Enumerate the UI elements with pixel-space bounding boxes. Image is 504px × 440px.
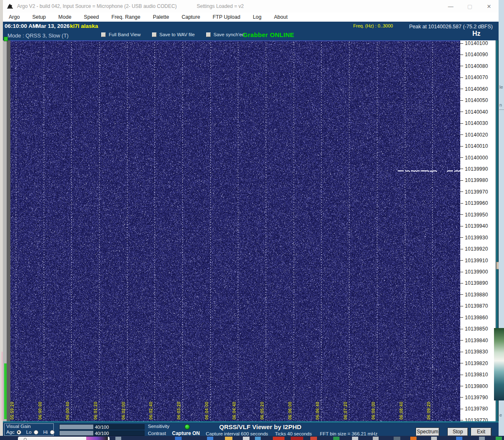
- menu-item-log[interactable]: Log: [253, 14, 262, 20]
- window-title: Argo V2 - build 042, Input Source = Micr…: [17, 3, 177, 9]
- time-label: 05:59:20: [10, 394, 15, 420]
- freq-label-row: 10140100: [460, 40, 493, 46]
- checkbox-box[interactable]: [206, 32, 211, 37]
- maximize-button[interactable]: ▢: [460, 0, 479, 12]
- menu-item-freq-range[interactable]: Freq. Range: [112, 14, 140, 20]
- search-icon: [24, 438, 27, 440]
- background-photo-fragment: [494, 328, 504, 400]
- menu-item-capture[interactable]: Capture: [182, 14, 200, 20]
- taskbar-icon-fragment[interactable]: [225, 437, 232, 440]
- checkbox-save-to-wav-file[interactable]: Save to WAV file: [152, 32, 195, 37]
- radio-circle[interactable]: [50, 430, 55, 435]
- freq-tick-mark: [460, 43, 463, 44]
- freq-label: 10140100: [465, 40, 488, 46]
- taskbar-icon-fragment[interactable]: [255, 437, 261, 440]
- radio-label: Agc: [6, 430, 15, 435]
- freq-tick-mark: [460, 100, 463, 101]
- taskbar-icon-fragment[interactable]: [479, 437, 485, 440]
- taskbar-icon-fragment[interactable]: [333, 437, 339, 440]
- radio-label: Hi: [43, 430, 48, 435]
- taskbar-icon-fragment[interactable]: [310, 437, 317, 440]
- freq-label-row: 10139830: [460, 349, 493, 355]
- spectrum-button[interactable]: Spectrum: [416, 428, 439, 436]
- freq-tick-mark: [460, 363, 463, 363]
- menu-item-palette[interactable]: Palette: [153, 14, 169, 20]
- freq-tick-mark: [460, 329, 463, 329]
- freq-label-row: 10139910: [460, 258, 493, 264]
- menu-item-about[interactable]: About: [274, 14, 288, 20]
- freq-label: 10139940: [465, 223, 488, 229]
- taskbar-icon-fragment[interactable]: [273, 437, 284, 440]
- radio-lo[interactable]: Lo: [26, 430, 38, 435]
- freq-label: 10139900: [465, 269, 488, 275]
- radio-circle[interactable]: [34, 430, 38, 435]
- freq-label-row: 10139870: [460, 303, 493, 309]
- freq-label: 10139790: [465, 395, 488, 400]
- freq-label-row: 10139770: [460, 418, 493, 421]
- freq-label-row: 10140060: [460, 86, 493, 92]
- mode-label: Mode : QRSS 3, Slow (T): [7, 32, 69, 39]
- menu-item-ftp-upload[interactable]: FTP Upload: [212, 14, 240, 20]
- freq-tick-mark: [460, 66, 463, 66]
- checkbox-save-synch-ed[interactable]: Save synch'ed: [206, 32, 245, 37]
- taskbar-icon-fragment[interactable]: [115, 437, 121, 440]
- menu-item-setup[interactable]: Setup: [32, 14, 46, 20]
- freq-tick-mark: [460, 112, 463, 112]
- checkbox-box[interactable]: [101, 32, 106, 37]
- taskbar-icon-fragment[interactable]: [394, 437, 400, 440]
- agc-radio-row: AgcLoHi: [6, 430, 60, 435]
- windows-taskbar[interactable]: [0, 436, 504, 440]
- freq-label-row: 10140030: [460, 120, 493, 126]
- slider-contrast[interactable]: 40/100: [59, 430, 145, 436]
- capture-state-label: Capture ON: [172, 430, 200, 436]
- freq-tick-mark: [460, 409, 463, 409]
- taskbar-icon-fragment[interactable]: [291, 437, 303, 440]
- freq-label-row: 10139890: [460, 280, 493, 286]
- freq-label-row: 10139990: [460, 166, 493, 172]
- title-bar[interactable]: Argo V2 - build 042, Input Source = Micr…: [3, 0, 499, 12]
- menu-item-speed[interactable]: Speed: [84, 14, 99, 20]
- frequency-axis-panel: 1014010010140090101400801014007010140060…: [460, 40, 493, 421]
- freq-tick-mark: [460, 260, 463, 261]
- freq-tick-mark: [460, 214, 463, 215]
- taskbar-icon-fragment[interactable]: [352, 437, 358, 440]
- search-box-art: [86, 437, 108, 440]
- taskbar-icon-fragment[interactable]: [410, 437, 417, 440]
- freq-label: 10139820: [465, 360, 488, 366]
- exit-button[interactable]: Exit: [471, 428, 491, 436]
- close-button[interactable]: ✕: [479, 0, 499, 12]
- stop-button[interactable]: Stop: [448, 428, 468, 436]
- radio-hi[interactable]: Hi: [43, 430, 55, 435]
- radio-circle[interactable]: [17, 430, 21, 435]
- taskbar-icon-fragment[interactable]: [207, 437, 213, 440]
- menu-item-mode[interactable]: Mode: [58, 14, 71, 20]
- checkbox-box[interactable]: [152, 32, 157, 37]
- time-label: 06:03:20: [177, 394, 182, 420]
- freq-label-row: 10140010: [460, 143, 493, 149]
- taskbar-icon-fragment[interactable]: [373, 437, 379, 440]
- freq-label: 10139910: [465, 258, 488, 264]
- taskbar-icon-fragment[interactable]: [243, 437, 250, 440]
- freq-label-row: 10140090: [460, 52, 493, 57]
- freq-tick-mark: [460, 89, 463, 89]
- taskbar-search-box[interactable]: [18, 437, 110, 440]
- freq-tick-mark: [460, 203, 463, 204]
- checkbox-label: Save to WAV file: [160, 32, 195, 37]
- freq-tick-mark: [460, 169, 463, 169]
- menu-item-argo[interactable]: Argo: [9, 14, 20, 20]
- checkbox-label: Full Band View: [109, 32, 141, 37]
- taskbar-icon-fragment[interactable]: [175, 437, 182, 440]
- freq-tick-mark: [460, 317, 463, 318]
- checkbox-full-band-view[interactable]: Full Band View: [101, 32, 141, 37]
- taskbar-icon-fragment[interactable]: [456, 437, 462, 440]
- time-label: 06:02:40: [149, 394, 154, 420]
- slider-sensitivity[interactable]: 40/100: [59, 424, 145, 430]
- freq-label: 10139920: [465, 246, 488, 252]
- slider-value: 40/100: [60, 425, 144, 430]
- freq-label-row: 10140050: [460, 97, 493, 103]
- radio-agc[interactable]: Agc: [6, 430, 21, 435]
- taskbar-icon-fragment[interactable]: [496, 437, 502, 440]
- taskbar-icon-fragment[interactable]: [431, 437, 437, 440]
- freq-label-row: 10139960: [460, 200, 493, 206]
- minimize-button[interactable]: —: [441, 0, 460, 12]
